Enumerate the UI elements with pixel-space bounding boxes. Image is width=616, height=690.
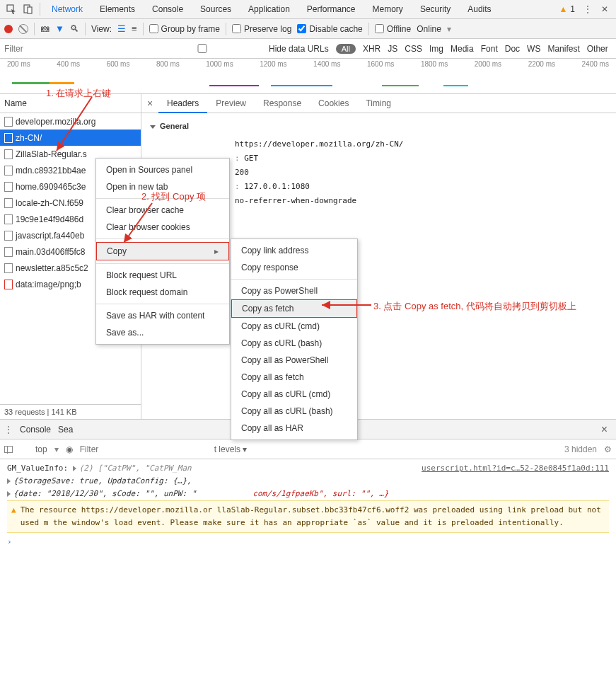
detail-tab-cookies[interactable]: Cookies xyxy=(310,94,357,113)
search-icon[interactable]: 🔍︎ xyxy=(70,23,79,34)
devtools-top-tabs: Network Elements Console Sources Applica… xyxy=(0,0,616,19)
menu-save-as[interactable]: Save as... xyxy=(96,324,229,341)
submenu-all-curl-bash[interactable]: Copy all as cURL (bash) xyxy=(231,403,357,420)
submenu-powershell[interactable]: Copy as PowerShell xyxy=(231,282,357,299)
context-select[interactable]: top xyxy=(35,444,47,454)
menu-block-domain[interactable]: Block request domain xyxy=(96,284,229,301)
record-button[interactable] xyxy=(4,25,13,33)
close-devtools-icon[interactable]: ✕ xyxy=(596,1,613,18)
menu-open-newtab[interactable]: Open in new tab xyxy=(96,178,229,195)
detail-tab-preview[interactable]: Preview xyxy=(207,94,255,113)
chevron-right-icon: ▸ xyxy=(214,246,219,256)
more-icon[interactable]: ⋮ xyxy=(579,1,596,18)
submenu-fetch[interactable]: Copy as fetch xyxy=(231,299,357,318)
tab-audits[interactable]: Audits xyxy=(459,0,499,19)
warning-badge[interactable]: ▲1 xyxy=(554,4,579,14)
hide-data-urls-checkbox[interactable]: Hide data URLs xyxy=(139,44,329,54)
submenu-curl-cmd[interactable]: Copy as cURL (cmd) xyxy=(231,318,357,335)
submenu-all-har[interactable]: Copy all as HAR xyxy=(231,420,357,437)
levels-select[interactable]: t levels ▾ xyxy=(214,444,248,454)
offline-checkbox[interactable]: Offline xyxy=(375,24,411,34)
view-label: View: xyxy=(91,24,112,34)
small-rows-icon[interactable]: ≡ xyxy=(132,23,137,34)
timeline[interactable]: 200 ms400 ms600 ms800 ms1000 ms1200 ms14… xyxy=(0,59,616,94)
tab-console[interactable]: Console xyxy=(144,0,192,19)
more-icon[interactable]: ⋮ xyxy=(4,425,13,435)
filter-img[interactable]: Img xyxy=(429,44,443,54)
tab-security[interactable]: Security xyxy=(412,0,459,19)
doc-icon xyxy=(4,166,13,176)
console-prompt[interactable]: › xyxy=(7,533,609,551)
gear-icon[interactable]: ⚙ xyxy=(604,444,612,454)
menu-save-har[interactable]: Save as HAR with content xyxy=(96,307,229,324)
filter-css[interactable]: CSS xyxy=(405,44,422,54)
filter-ws[interactable]: WS xyxy=(527,44,540,54)
tab-performance[interactable]: Performance xyxy=(298,0,364,19)
filter-js[interactable]: JS xyxy=(388,44,397,54)
camera-icon[interactable]: 📷︎ xyxy=(40,23,50,34)
search-tab[interactable]: Sea xyxy=(58,425,73,435)
menu-clear-cookies[interactable]: Clear browser cookies xyxy=(96,219,229,236)
console-filter-input[interactable] xyxy=(80,444,207,454)
submenu-all-powershell[interactable]: Copy all as PowerShell xyxy=(231,352,357,369)
network-toolbar: 📷︎ ▼ 🔍︎ View: ☰ ≡ Group by frame Preserv… xyxy=(0,19,616,39)
console-output: GM_ValueInfo: (2) ["CatPW", "CatPW_Manus… xyxy=(0,459,616,556)
warning-icon: ▲ xyxy=(11,504,16,529)
submenu-link-address[interactable]: Copy link address xyxy=(231,242,357,259)
hidden-count[interactable]: 3 hidden xyxy=(564,444,597,454)
filter-bar: Hide data URLs All XHR JS CSS Img Media … xyxy=(0,39,616,59)
device-toggle-icon[interactable] xyxy=(20,1,37,18)
close-detail-icon[interactable]: × xyxy=(141,98,158,109)
submenu-curl-bash[interactable]: Copy as cURL (bash) xyxy=(231,335,357,352)
filter-doc[interactable]: Doc xyxy=(505,44,520,54)
close-drawer-icon[interactable]: × xyxy=(597,423,612,436)
submenu-response[interactable]: Copy response xyxy=(231,259,357,276)
doc-icon xyxy=(4,214,13,224)
disable-cache-checkbox[interactable]: Disable cache xyxy=(297,24,362,34)
context-submenu: Copy link address Copy response Copy as … xyxy=(231,238,358,440)
request-row[interactable]: developer.mozilla.org xyxy=(0,113,141,130)
menu-clear-cache[interactable]: Clear browser cache xyxy=(96,202,229,219)
detail-tab-headers[interactable]: Headers xyxy=(158,94,207,113)
inspect-icon[interactable] xyxy=(3,1,20,18)
clear-button[interactable] xyxy=(18,24,28,34)
preserve-log-checkbox[interactable]: Preserve log xyxy=(232,24,291,34)
menu-copy[interactable]: Copy▸ xyxy=(96,242,229,260)
tab-memory[interactable]: Memory xyxy=(364,0,412,19)
submenu-all-fetch[interactable]: Copy all as fetch xyxy=(231,369,357,386)
warning-icon: ▲ xyxy=(559,4,567,14)
submenu-all-curl-cmd[interactable]: Copy all as cURL (cmd) xyxy=(231,386,357,403)
throttle-select[interactable]: Online xyxy=(417,24,441,34)
filter-other[interactable]: Other xyxy=(587,44,608,54)
detail-tabs: × Headers Preview Response Cookies Timin… xyxy=(141,94,616,113)
source-link[interactable]: userscript.html?id=c…52-28e0845f1a0d:111 xyxy=(422,462,609,475)
console-warning-row[interactable]: ▲The resource https://developer.mozilla.… xyxy=(7,500,609,533)
menu-open-sources[interactable]: Open in Sources panel xyxy=(96,161,229,178)
tab-application[interactable]: Application xyxy=(240,0,298,19)
request-summary: 33 requests | 141 KB xyxy=(0,404,141,419)
filter-manifest[interactable]: Manifest xyxy=(547,44,579,54)
clear-console-icon[interactable] xyxy=(20,445,28,454)
filter-funnel-icon[interactable]: ▼ xyxy=(55,23,64,34)
request-list-header[interactable]: Name xyxy=(0,94,141,113)
timeline-ticks: 200 ms400 ms600 ms800 ms1000 ms1200 ms14… xyxy=(0,59,616,68)
menu-block-url[interactable]: Block request URL xyxy=(96,267,229,284)
large-rows-icon[interactable]: ☰ xyxy=(117,23,126,34)
filter-input[interactable] xyxy=(4,44,132,54)
filter-xhr[interactable]: XHR xyxy=(363,44,380,54)
request-row[interactable]: zh-CN/ xyxy=(0,130,141,146)
detail-tab-response[interactable]: Response xyxy=(255,94,310,113)
console-toolbar: top▾ ◉ t levels ▾ 3 hidden ⚙ xyxy=(0,439,616,459)
filter-font[interactable]: Font xyxy=(481,44,498,54)
section-general[interactable]: General xyxy=(160,122,189,130)
filter-media[interactable]: Media xyxy=(451,44,474,54)
sidebar-toggle-icon[interactable] xyxy=(4,446,13,453)
group-by-frame-checkbox[interactable]: Group by frame xyxy=(149,24,220,34)
tab-network[interactable]: Network xyxy=(43,0,91,19)
eye-icon[interactable]: ◉ xyxy=(66,444,73,454)
tab-elements[interactable]: Elements xyxy=(91,0,144,19)
detail-tab-timing[interactable]: Timing xyxy=(357,94,400,113)
console-tab[interactable]: Console xyxy=(20,425,51,435)
filter-all[interactable]: All xyxy=(336,44,356,54)
tab-sources[interactable]: Sources xyxy=(192,0,240,19)
